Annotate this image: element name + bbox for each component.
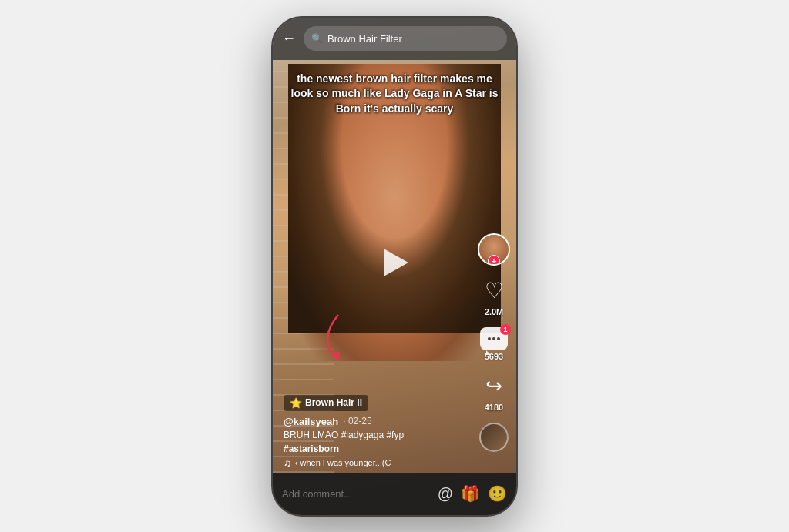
share-button-item[interactable]: ↩ 4180 <box>479 372 509 412</box>
at-icon[interactable]: @ <box>438 485 453 503</box>
share-count: 4180 <box>485 403 503 412</box>
search-bar[interactable]: 🔍 Brown Hair Filter <box>304 26 507 51</box>
like-button[interactable]: ♡ <box>479 276 509 306</box>
username-label[interactable]: @kailsyeah <box>284 416 338 427</box>
filter-star-icon: ⭐ <box>290 397 302 409</box>
phone-frame: ← 🔍 Brown Hair Filter the newest brown h… <box>271 16 518 517</box>
share-icon: ↩ <box>485 374 502 398</box>
music-note-icon: ♫ <box>284 457 291 469</box>
like-button-item[interactable]: ♡ 2.0M <box>479 276 509 316</box>
music-row: ♫ ‹ when I was younger.. (C <box>284 457 444 469</box>
play-button[interactable] <box>375 243 414 282</box>
creator-avatar: + <box>478 233 510 266</box>
music-avatar-item[interactable] <box>479 423 509 452</box>
gift-icon[interactable]: 🎁 <box>461 484 480 503</box>
description-text: BRUH LMAO #ladygaga #fyp <box>284 430 404 440</box>
back-button[interactable]: ← <box>282 31 296 47</box>
right-action-sidebar: + ♡ 2.0M 1 5693 <box>478 233 510 452</box>
post-hashtag2: #astarisborn <box>284 443 444 454</box>
search-query-text: Brown Hair Filter <box>327 33 402 45</box>
post-info-overlay: ⭐ Brown Hair II @kailsyeah · 02-25 BRUH … <box>273 395 455 469</box>
post-description: BRUH LMAO #ladygaga #fyp <box>284 430 444 440</box>
hashtag-astarisborn[interactable]: #astarisborn <box>284 443 339 454</box>
comment-input[interactable] <box>282 488 430 500</box>
video-caption: the newest brown hair filter makes me lo… <box>273 72 516 117</box>
play-triangle-icon <box>384 249 408 276</box>
search-icon: 🔍 <box>311 33 323 44</box>
like-count: 2.0M <box>485 307 503 316</box>
music-avatar-icon <box>479 423 509 452</box>
top-search-bar: ← 🔍 Brown Hair Filter <box>273 18 516 60</box>
follow-plus-badge: + <box>488 255 500 266</box>
caption-text: the newest brown hair filter makes me lo… <box>288 72 501 117</box>
share-button[interactable]: ↩ <box>479 372 509 401</box>
music-title[interactable]: ‹ when I was younger.. (C <box>295 458 391 467</box>
filter-tag[interactable]: ⭐ Brown Hair II <box>284 395 368 411</box>
filter-name-label: Brown Hair II <box>305 397 362 408</box>
comment-bar: @ 🎁 🙂 <box>273 473 516 515</box>
heart-icon: ♡ <box>485 280 504 302</box>
comment-dots <box>488 337 500 340</box>
comment-notification-badge: 1 <box>500 324 511 335</box>
emoji-icon[interactable]: 🙂 <box>488 484 507 503</box>
post-date: · 02-25 <box>343 416 371 427</box>
username-row: @kailsyeah · 02-25 <box>284 416 444 427</box>
comment-button-item[interactable]: 1 5693 <box>480 327 508 361</box>
comment-bubble-icon[interactable]: 1 <box>480 327 508 350</box>
creator-avatar-item[interactable]: + <box>478 233 510 266</box>
